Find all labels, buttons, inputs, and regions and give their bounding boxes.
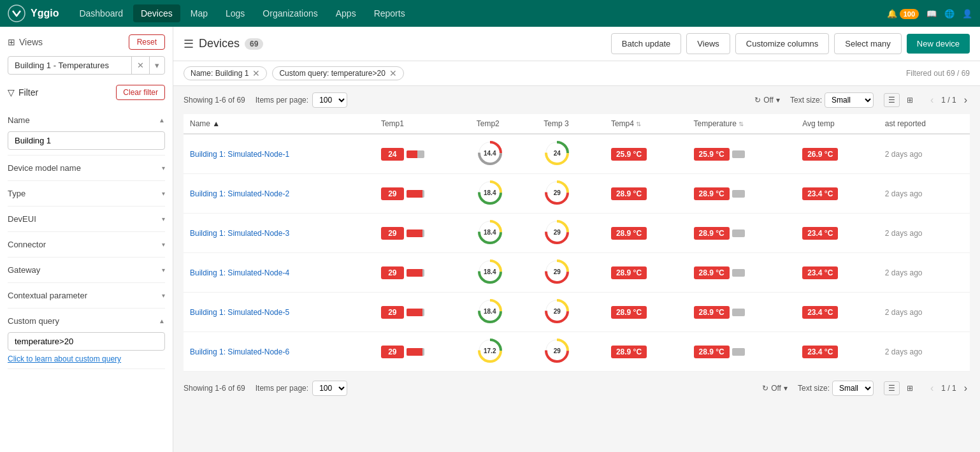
custom-query-input[interactable]: [8, 332, 165, 351]
cell-temperature: 25.9 °C: [688, 134, 796, 174]
table-row: Building 1: Simulated-Node-4 29 18.4 29 …: [184, 253, 970, 293]
views-icon: ⊞: [8, 37, 15, 47]
bottom-refresh-control: ↻ Off ▾: [762, 384, 788, 393]
chip-query-close-icon[interactable]: ✕: [389, 69, 397, 78]
filter-group-type-header[interactable]: Type ▾: [8, 186, 165, 201]
col-temp3[interactable]: Temp 3: [537, 114, 605, 134]
cell-name[interactable]: Building 1: Simulated-Node-2: [184, 174, 375, 214]
views-button[interactable]: Views: [686, 33, 730, 54]
table-header-row: Name ▲ Temp1 Temp2 Temp 3 Temp4 ⇅ Temper…: [184, 114, 970, 134]
cell-temp2: 18.4: [470, 174, 538, 214]
nav-organizations[interactable]: Organizations: [255, 4, 325, 22]
cell-name[interactable]: Building 1: Simulated-Node-6: [184, 332, 375, 372]
bottom-items-per-page-select[interactable]: 100: [312, 381, 347, 396]
devEUI-chevron-icon: ▾: [162, 215, 165, 222]
main-title-area: ☰ Devices 69: [184, 37, 603, 51]
nav-map[interactable]: Map: [183, 4, 215, 22]
filter-group-device-model-header[interactable]: Device model name ▾: [8, 161, 165, 175]
view-selector[interactable]: Building 1 - Temperatures ✕ ▾: [8, 56, 165, 75]
next-page-button[interactable]: ›: [962, 93, 970, 107]
table-row: Building 1: Simulated-Node-5 29 18.4 29 …: [184, 293, 970, 332]
filter-group-device-model: Device model name ▾: [8, 156, 165, 181]
topnav: Yggio Dashboard Devices Map Logs Organiz…: [0, 0, 980, 27]
cell-temperature: 28.9 °C: [688, 332, 796, 372]
cell-name[interactable]: Building 1: Simulated-Node-5: [184, 293, 375, 332]
topnav-icons: 🔔 100 📖 🌐 👤: [887, 9, 972, 18]
cell-temp2: 18.4: [470, 293, 538, 332]
filter-group-type: Type ▾: [8, 181, 165, 207]
filter-group-name: Name ▲: [8, 108, 165, 156]
col-temperature[interactable]: Temperature ⇅: [688, 114, 796, 134]
cell-name[interactable]: Building 1: Simulated-Node-1: [184, 134, 375, 174]
nav-logs[interactable]: Logs: [218, 4, 252, 22]
filter-group-name-header[interactable]: Name ▲: [8, 113, 165, 128]
prev-page-button[interactable]: ‹: [928, 93, 936, 107]
batch-update-button[interactable]: Batch update: [611, 33, 682, 54]
cell-temp2: 17.2: [470, 332, 538, 372]
view-clear-icon[interactable]: ✕: [131, 57, 149, 74]
col-temp2[interactable]: Temp2: [470, 114, 538, 134]
nav-devices[interactable]: Devices: [133, 4, 180, 22]
clear-filter-button[interactable]: Clear filter: [116, 85, 165, 100]
user-icon[interactable]: 👤: [962, 9, 972, 18]
col-last-reported[interactable]: ast reported: [879, 114, 970, 134]
table-row: Building 1: Simulated-Node-6 29 17.2 29 …: [184, 332, 970, 372]
cell-name[interactable]: Building 1: Simulated-Node-3: [184, 214, 375, 253]
bottom-grid-view-icon[interactable]: ⊞: [902, 381, 918, 395]
nav-reports[interactable]: Reports: [366, 4, 413, 22]
bottom-next-page-button[interactable]: ›: [962, 381, 970, 395]
cell-temp1: 29: [375, 214, 470, 253]
filter-title: ▽ Filter: [8, 87, 38, 98]
type-chevron-icon: ▾: [162, 190, 165, 197]
bell-icon: 🔔: [887, 9, 897, 18]
cell-temp3: 29: [537, 293, 605, 332]
notification-bell[interactable]: 🔔 100: [887, 9, 919, 18]
col-temp1[interactable]: Temp1: [375, 114, 470, 134]
cell-avg-temp: 23.4 °C: [796, 293, 879, 332]
bottom-text-size-select[interactable]: Small: [832, 381, 874, 396]
cell-temperature: 28.9 °C: [688, 253, 796, 293]
cell-temp3: 29: [537, 174, 605, 214]
filter-group-connector: Connector ▾: [8, 232, 165, 258]
filter-group-contextual-header[interactable]: Contextual parameter ▾: [8, 288, 165, 303]
name-sort-icon: ▲: [212, 119, 220, 128]
filter-group-connector-header[interactable]: Connector ▾: [8, 237, 165, 252]
table-row: Building 1: Simulated-Node-2 29 18.4 29 …: [184, 174, 970, 214]
bottom-refresh-chevron-icon[interactable]: ▾: [784, 384, 788, 393]
reset-button[interactable]: Reset: [129, 34, 165, 50]
cell-name[interactable]: Building 1: Simulated-Node-4: [184, 253, 375, 293]
col-name[interactable]: Name ▲: [184, 114, 375, 134]
bottom-refresh-icon[interactable]: ↻: [762, 384, 768, 393]
filter-group-gateway-header[interactable]: Gateway ▾: [8, 263, 165, 277]
globe-icon[interactable]: 🌐: [944, 9, 955, 18]
sidebar: ⊞ Views Reset Building 1 - Temperatures …: [0, 27, 173, 452]
items-per-page-select[interactable]: 100 50 25: [312, 92, 347, 108]
view-arrow-icon[interactable]: ▾: [149, 57, 164, 74]
select-many-button[interactable]: Select many: [834, 33, 902, 54]
filter-group-devEUI-header[interactable]: DevEUI ▾: [8, 212, 165, 226]
chips-left: Name: Building 1 ✕ Custom query: tempera…: [184, 66, 404, 80]
bottom-prev-page-button[interactable]: ‹: [928, 381, 936, 395]
nav-apps[interactable]: Apps: [328, 4, 364, 22]
filter-group-devEUI: DevEUI ▾: [8, 207, 165, 232]
grid-view-icon[interactable]: ⊞: [902, 93, 918, 107]
chip-name-close-icon[interactable]: ✕: [252, 69, 260, 78]
refresh-chevron-icon[interactable]: ▾: [776, 96, 780, 105]
book-icon[interactable]: 📖: [926, 9, 937, 18]
customize-columns-button[interactable]: Customize columns: [735, 33, 829, 54]
app-logo[interactable]: Yggio: [8, 4, 59, 22]
toolbar-right: ↻ Off ▾ Text size: Small Medium Large ☰: [754, 92, 970, 108]
bottom-list-view-icon[interactable]: ☰: [884, 381, 900, 395]
hamburger-icon[interactable]: ☰: [184, 37, 194, 51]
custom-query-help-link[interactable]: Click to learn about custom query: [8, 354, 165, 363]
text-size-select[interactable]: Small Medium Large: [825, 92, 874, 108]
nav-dashboard[interactable]: Dashboard: [71, 4, 131, 22]
new-device-button[interactable]: New device: [907, 34, 970, 54]
cell-temp3: 29: [537, 214, 605, 253]
list-view-icon[interactable]: ☰: [884, 93, 900, 107]
col-temp4[interactable]: Temp4 ⇅: [605, 114, 688, 134]
refresh-icon[interactable]: ↻: [754, 96, 761, 105]
filter-group-custom-query-header[interactable]: Custom query ▲: [8, 314, 165, 328]
name-filter-input[interactable]: [8, 131, 165, 150]
col-avg-temp[interactable]: Avg temp: [796, 114, 879, 134]
